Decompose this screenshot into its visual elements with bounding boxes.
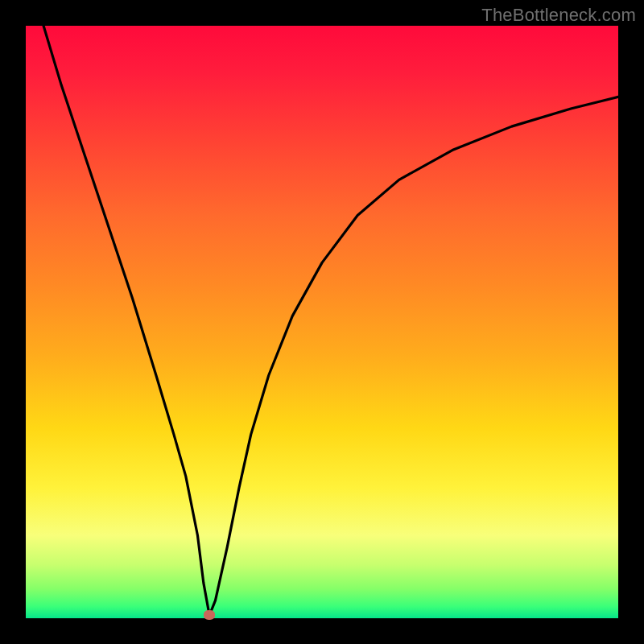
plot-area <box>26 26 618 618</box>
watermark-text: TheBottleneck.com <box>481 5 636 26</box>
chart-frame: TheBottleneck.com <box>0 0 644 644</box>
minimum-marker <box>204 610 215 620</box>
bottleneck-curve <box>26 26 618 618</box>
